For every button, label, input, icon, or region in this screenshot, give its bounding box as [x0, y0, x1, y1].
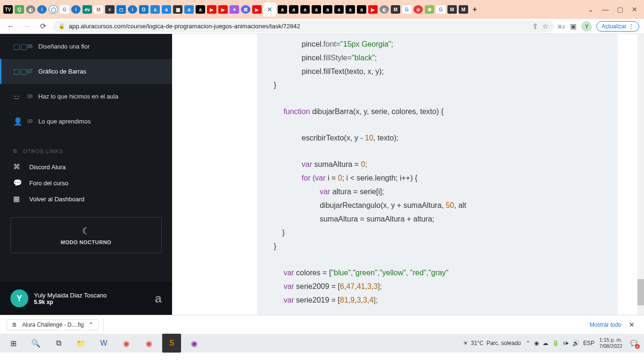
tab-favicons: TV Q ◐ i ◯ G i ev M ≡ ◻ i O a a ▦ a a ▶ …	[3, 2, 584, 16]
tab-icon[interactable]: ◐	[380, 5, 389, 14]
tab-icon[interactable]: a	[278, 5, 287, 14]
night-mode-toggle[interactable]: ☾ MODO NOCTURNO	[10, 217, 162, 253]
tab-icon[interactable]: a	[300, 5, 310, 14]
tray-lang[interactable]: ESP	[583, 340, 594, 346]
tab-icon[interactable]: TV	[3, 5, 13, 14]
tray-battery-icon[interactable]: 🔋	[552, 340, 559, 346]
download-item[interactable]: 🗎 Alura Challenge - D....fig ⌃	[7, 319, 99, 330]
clock[interactable]: 1:15 p. m. 7/08/2022	[599, 337, 622, 349]
start-button[interactable]: ⊞	[2, 334, 25, 353]
user-avatar: Y	[10, 289, 28, 307]
windows-taskbar: ⊞ 🔍 ⧉ 📁 W ◉ ◉ S ◉ ☀ 31°C Parc. soleado ⌃…	[0, 334, 644, 353]
tab-icon[interactable]: ⊘	[413, 5, 423, 14]
share-icon[interactable]: ⇪	[532, 22, 538, 31]
window-maximize-icon[interactable]: ▢	[617, 6, 623, 13]
tab-icon[interactable]: a	[150, 5, 160, 14]
code-block[interactable]: pincel.font="15px Georgia"; pincel.fillS…	[257, 34, 618, 315]
tab-icon[interactable]: ◯	[49, 5, 58, 14]
tray-cloud-icon[interactable]: ☁	[543, 340, 548, 346]
word-button[interactable]: W	[92, 334, 115, 353]
lesson-item-06[interactable]: ▢▢ 06 Diseñando una flor	[0, 34, 172, 59]
tab-icon[interactable]: M	[459, 5, 468, 14]
tray-wifi-icon[interactable]: 🕪	[563, 340, 569, 346]
tab-icon[interactable]: ◐	[26, 5, 35, 14]
window-menu-icon[interactable]: ⌄	[588, 6, 594, 13]
user-footer[interactable]: Y Yuly Mylaida Diaz Toscano 5.9k xp a	[0, 282, 172, 315]
system-tray[interactable]: ⌃ ◉ ☁ 🔋 🕪 🔊 ESP	[526, 340, 594, 346]
lesson-item-09[interactable]: 👤 09 Lo que aprendimos	[0, 109, 172, 134]
tab-icon[interactable]: a	[289, 5, 298, 14]
close-downloads-bar[interactable]: ✕	[626, 321, 637, 329]
back-button[interactable]: ←	[5, 20, 17, 33]
user-name: Yuly Mylaida Diaz Toscano	[34, 292, 149, 299]
tab-icon[interactable]: a	[162, 5, 171, 14]
tab-icon[interactable]: ✦	[230, 5, 239, 14]
tab-icon[interactable]: Q	[15, 5, 24, 14]
show-all-downloads[interactable]: Mostrar todo	[590, 321, 621, 328]
tab-icon[interactable]: a	[346, 5, 355, 14]
panel-icon[interactable]: ▣	[570, 22, 577, 31]
tab-icon[interactable]: ≡	[105, 5, 115, 14]
lesson-item-07[interactable]: ▢▢ 07 Gráfico de Barras	[0, 59, 172, 84]
app-button[interactable]: ◉	[183, 334, 206, 353]
tab-icon[interactable]: G	[60, 5, 69, 14]
tab-icon[interactable]: a	[323, 5, 332, 14]
forward-button[interactable]: →	[21, 20, 33, 33]
tab-icon[interactable]: i	[71, 5, 81, 14]
tab-icon[interactable]: ▶	[218, 5, 228, 14]
tab-icon[interactable]: a	[312, 5, 321, 14]
tray-chevron-icon[interactable]: ⌃	[526, 340, 530, 346]
chevron-up-icon[interactable]: ⌃	[89, 321, 93, 328]
scrollbar-track[interactable]	[637, 34, 644, 315]
task-view-button[interactable]: ⧉	[47, 334, 70, 353]
bookmark-icon[interactable]: ☆	[542, 22, 548, 31]
window-controls: ⌄ — ▢ ✕	[584, 6, 641, 13]
link-discord[interactable]: ⌘ Discord Alura	[0, 159, 172, 175]
update-button[interactable]: Actualizar ⋮	[596, 21, 639, 32]
window-close-icon[interactable]: ✕	[632, 6, 637, 13]
lesson-item-08[interactable]: ⚍ 08 Haz lo que hicimos en el aula	[0, 84, 172, 109]
tab-icon[interactable]: G	[436, 5, 446, 14]
tab-icon[interactable]: ⌘	[241, 5, 250, 14]
weather-widget[interactable]: ☀ 31°C Parc. soleado	[463, 340, 521, 346]
profile-avatar[interactable]: Y	[581, 21, 592, 32]
link-forum[interactable]: 💬 Foro del curso	[0, 175, 172, 191]
reload-button[interactable]: ⟳	[37, 20, 49, 33]
tab-icon[interactable]: i	[37, 5, 47, 14]
tab-icon[interactable]: ◻	[116, 5, 126, 14]
url-field[interactable]: 🔒 app.aluracursos.com/course/logica-de-p…	[53, 20, 554, 33]
scrollbar-thumb[interactable]	[637, 279, 644, 305]
tray-icon[interactable]: ◉	[534, 340, 539, 346]
tab-icon[interactable]: a	[184, 5, 194, 14]
playlist-icon[interactable]: ≡♪	[558, 22, 565, 30]
tab-icon[interactable]: M	[391, 5, 400, 14]
tab-icon[interactable]: ▦	[173, 5, 182, 14]
close-tab-icon[interactable]: ✕	[267, 6, 272, 13]
tab-icon[interactable]: ▶	[368, 5, 378, 14]
tab-icon[interactable]: a	[357, 5, 366, 14]
tab-icon[interactable]: ▶	[252, 5, 262, 14]
notifications-button[interactable]: 💬 4	[627, 337, 640, 350]
lesson-number: 06	[27, 44, 33, 49]
chrome-button-2[interactable]: ◉	[138, 334, 160, 353]
tab-icon[interactable]: ev	[83, 5, 92, 14]
tab-icon[interactable]: a	[196, 5, 205, 14]
sublime-button[interactable]: S	[162, 334, 181, 353]
tab-icon[interactable]: G	[402, 5, 412, 14]
new-tab-button[interactable]: +	[470, 5, 479, 14]
tab-icon[interactable]: M	[94, 5, 103, 14]
link-dashboard[interactable]: ▦ Volver al Dashboard	[0, 191, 172, 207]
window-minimize-icon[interactable]: —	[602, 6, 609, 13]
weather-temp: 31°C	[471, 340, 484, 346]
tab-icon[interactable]: ✱	[425, 5, 434, 14]
tab-icon[interactable]: a	[334, 5, 344, 14]
active-tab[interactable]: ✕	[263, 2, 276, 16]
tab-icon[interactable]: O	[139, 5, 149, 14]
chrome-button[interactable]: ◉	[115, 334, 138, 353]
tab-icon[interactable]: i	[128, 5, 137, 14]
explorer-button[interactable]: 📁	[70, 334, 92, 353]
tab-icon[interactable]: M	[447, 5, 457, 14]
tab-icon[interactable]: ▶	[207, 5, 216, 14]
search-button[interactable]: 🔍	[25, 334, 47, 353]
tray-volume-icon[interactable]: 🔊	[572, 340, 579, 346]
